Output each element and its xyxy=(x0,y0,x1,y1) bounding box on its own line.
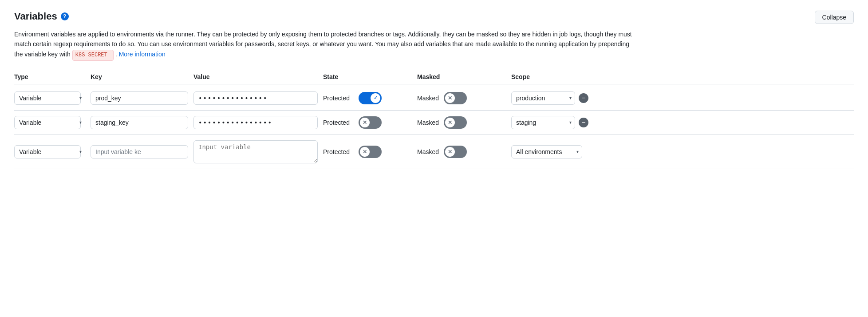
table-row: Variable File ▾ Protected ✓ Masked ✕ xyxy=(14,86,854,111)
remove-button-2[interactable]: − xyxy=(579,118,588,127)
state-cell-2: Protected ✕ xyxy=(323,116,412,129)
scope-cell-2: staging production All environments ▾ − xyxy=(511,116,854,129)
col-state: State xyxy=(323,73,412,80)
masked-label-2: Masked xyxy=(417,119,439,126)
masked-cell-2: Masked ✕ xyxy=(417,116,506,129)
masked-toggle-2[interactable]: ✕ xyxy=(444,116,467,129)
key-input-3[interactable] xyxy=(91,145,188,158)
k8s-badge: K8S_SECRET_ xyxy=(72,50,114,61)
scope-select-wrapper-3: All environments production staging ▾ xyxy=(511,145,582,158)
masked-label-1: Masked xyxy=(417,95,439,102)
state-label-1: Protected xyxy=(323,95,354,102)
value-textarea-3[interactable] xyxy=(193,140,318,163)
state-toggle-3[interactable]: ✕ xyxy=(359,146,382,158)
x-icon-2: ✕ xyxy=(363,119,367,126)
masked-thumb-2: ✕ xyxy=(445,118,455,127)
masked-label-3: Masked xyxy=(417,148,439,155)
toggle-thumb-3: ✕ xyxy=(360,147,370,157)
scope-select-wrapper-1: production staging All environments ▾ xyxy=(511,91,575,105)
check-icon-1: ✓ xyxy=(374,95,378,101)
value-input-2[interactable] xyxy=(193,116,318,129)
page-title: Variables xyxy=(14,11,57,22)
table-row: Variable File ▾ Protected ✕ Masked ✕ xyxy=(14,135,854,169)
col-masked: Masked xyxy=(417,73,506,80)
scope-cell-1: production staging All environments ▾ − xyxy=(511,91,854,105)
toggle-thumb-2: ✕ xyxy=(360,118,370,127)
key-input-1[interactable] xyxy=(91,91,188,105)
type-select-2[interactable]: Variable File xyxy=(14,116,81,129)
masked-cell-1: Masked ✕ xyxy=(417,92,506,104)
x-icon-3: ✕ xyxy=(363,149,367,155)
type-select-wrapper-3: Variable File ▾ xyxy=(14,145,85,158)
state-toggle-1[interactable]: ✓ xyxy=(359,92,382,104)
description-part2: . xyxy=(114,51,119,58)
state-cell-1: Protected ✓ xyxy=(323,92,412,104)
type-select-3[interactable]: Variable File xyxy=(14,145,81,158)
section-header: Variables ? Collapse xyxy=(14,11,854,24)
title-row: Variables ? xyxy=(14,11,69,22)
help-icon[interactable]: ? xyxy=(61,12,69,20)
scope-cell-3: All environments production staging ▾ xyxy=(511,145,854,158)
minus-icon-1: − xyxy=(581,95,585,102)
col-value: Value xyxy=(193,73,318,80)
masked-thumb-3: ✕ xyxy=(445,147,455,157)
scope-select-2[interactable]: staging production All environments xyxy=(511,116,575,129)
x-icon-1: ✕ xyxy=(448,95,452,101)
state-cell-3: Protected ✕ xyxy=(323,146,412,158)
masked-cell-3: Masked ✕ xyxy=(417,146,506,158)
state-toggle-2[interactable]: ✕ xyxy=(359,116,382,129)
toggle-thumb-1: ✓ xyxy=(371,93,380,103)
scope-select-3[interactable]: All environments production staging xyxy=(511,145,582,158)
minus-icon-2: − xyxy=(581,119,585,126)
variables-section: Variables ? Collapse Environment variabl… xyxy=(0,0,868,180)
more-info-link[interactable]: More information xyxy=(119,51,166,58)
col-scope: Scope xyxy=(511,73,854,80)
state-label-3: Protected xyxy=(323,148,354,155)
collapse-button[interactable]: Collapse xyxy=(815,11,854,24)
type-select-wrapper-2: Variable File ▾ xyxy=(14,116,85,129)
masked-toggle-3[interactable]: ✕ xyxy=(444,146,467,158)
col-type: Type xyxy=(14,73,85,80)
scope-select-1[interactable]: production staging All environments xyxy=(511,91,575,105)
remove-button-1[interactable]: − xyxy=(579,93,588,103)
col-key: Key xyxy=(91,73,188,80)
state-label-2: Protected xyxy=(323,119,354,126)
x-icon-masked-3: ✕ xyxy=(448,149,452,155)
table-header: Type Key Value State Masked Scope xyxy=(14,70,854,84)
key-input-2[interactable] xyxy=(91,116,188,129)
masked-thumb-1: ✕ xyxy=(445,93,455,103)
type-select-1[interactable]: Variable File xyxy=(14,91,81,105)
x-icon-masked-2: ✕ xyxy=(448,119,452,126)
scope-select-wrapper-2: staging production All environments ▾ xyxy=(511,116,575,129)
value-input-1[interactable] xyxy=(193,91,318,105)
table-row: Variable File ▾ Protected ✕ Masked ✕ xyxy=(14,111,854,135)
masked-toggle-1[interactable]: ✕ xyxy=(444,92,467,104)
description-text: Environment variables are applied to env… xyxy=(14,29,635,61)
type-select-wrapper-1: Variable File ▾ xyxy=(14,91,85,105)
